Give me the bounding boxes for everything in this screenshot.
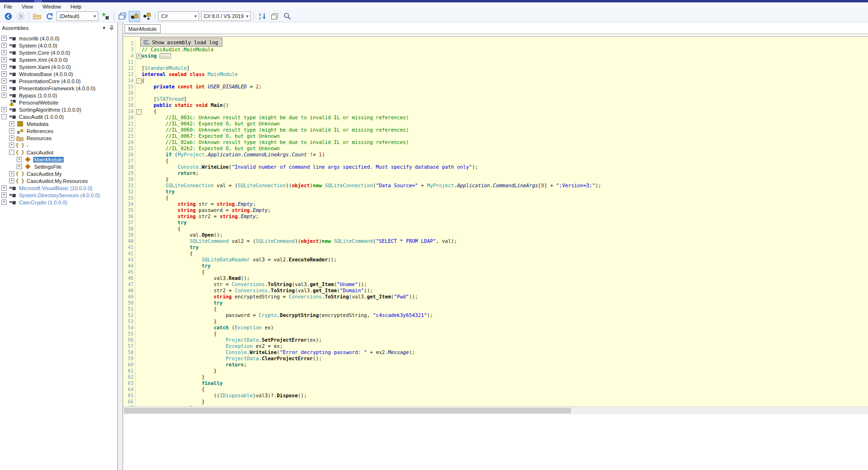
tree-item-resources[interactable]: +Resources: [0, 134, 117, 142]
fold-collapse-icon[interactable]: -: [136, 109, 142, 115]
line-number: 30: [123, 176, 134, 182]
collapse-icon[interactable]: -: [1, 114, 7, 119]
menu-file[interactable]: File: [0, 3, 16, 10]
fold-margin: [135, 257, 142, 263]
window-list-button[interactable]: [269, 11, 280, 22]
horizontal-scrollbar[interactable]: [123, 406, 868, 414]
code-line-35: 35 string password = string.Empty;: [123, 207, 868, 213]
collapse-icon[interactable]: -: [9, 150, 14, 155]
expand-icon[interactable]: +: [1, 200, 7, 205]
code-line-44: 44 try: [123, 263, 868, 269]
tree-item-presentationframework-4-0-0-0[interactable]: +PresentationFramework (4.0.0.0): [0, 85, 117, 92]
back-button[interactable]: [2, 11, 14, 22]
fold-collapse-icon[interactable]: -: [136, 78, 142, 84]
menu-help[interactable]: Help: [67, 3, 86, 10]
code-editor[interactable]: 23// CascAudiot.MainModule4+using ...111…: [123, 37, 868, 406]
forward-button[interactable]: [15, 11, 26, 22]
tree-item-mscorlib-4-0-0-0[interactable]: +mscorlib (4.0.0.0): [0, 35, 117, 42]
tree-item-cascaudiot[interactable]: -{ }CascAudiot: [0, 149, 117, 156]
expand-icon[interactable]: +: [1, 192, 7, 198]
tree-item-cascaudiot-my[interactable]: +{ }CascAudiot.My: [0, 170, 117, 177]
expand-icon[interactable]: +: [17, 164, 22, 169]
fold-expand-icon[interactable]: +: [136, 54, 142, 59]
open-file-button[interactable]: [31, 11, 43, 22]
load-log-icon: [143, 39, 150, 45]
expand-icon[interactable]: +: [1, 43, 7, 48]
compiler-version-combobox[interactable]: C# 8.0 / VS 2019 ▼: [201, 11, 251, 21]
tree-item-system-xml-4-0-0-0[interactable]: +System.Xml (4.0.0.0): [0, 56, 117, 63]
tree-item-cascaudiot-my-resources[interactable]: +{ }CascAudiot.My.Resources: [0, 177, 117, 184]
panel-splitter[interactable]: [117, 22, 123, 470]
fold-margin: [135, 164, 142, 170]
tree-item-microsoft-visualbasic-10-0-0-0[interactable]: +Microsoft.VisualBasic (10.0.0.0): [0, 184, 117, 192]
expand-icon[interactable]: +: [1, 185, 7, 191]
menu-window[interactable]: Window: [38, 3, 65, 10]
tree-item-system-xaml-4-0-0-0[interactable]: +System.Xaml (4.0.0.0): [0, 63, 117, 70]
tree-item-casccrypto-1-0-0-0[interactable]: +CascCrypto (1.0.0.0): [0, 199, 117, 206]
reload-assemblies-button[interactable]: [44, 11, 55, 22]
line-number: 18: [123, 102, 134, 108]
pin-button[interactable]: [108, 24, 115, 32]
expand-icon[interactable]: +: [1, 71, 7, 77]
tree-item-settingsfile[interactable]: +SettingsFile: [0, 163, 117, 170]
code-line-21: 21 //IL_0042: Expected O, but got Unknow…: [123, 121, 868, 127]
expand-icon[interactable]: +: [9, 143, 14, 148]
scrollbar-thumb[interactable]: [124, 408, 571, 413]
expand-icon[interactable]: +: [9, 121, 14, 126]
expand-icon[interactable]: +: [1, 64, 7, 69]
fold-margin: [135, 263, 142, 269]
code-text: password = Crypto.DecryptString(encrypte…: [142, 312, 433, 318]
show-assembly-load-log-button[interactable]: Show assembly load log: [140, 38, 222, 47]
tree-item-windowsbase-4-0-0-0[interactable]: +WindowsBase (4.0.0.0): [0, 70, 117, 77]
add-assembly-button[interactable]: [100, 11, 111, 22]
tree-item-references[interactable]: +References: [0, 127, 117, 134]
class-icon: [24, 163, 31, 170]
tree-item-personalwebsite[interactable]: PersonalWebsite: [0, 99, 117, 106]
tree-item-system-directoryservices-4-0-0-0[interactable]: +System.DirectoryServices (4.0.0.0): [0, 192, 117, 199]
code-text: return;: [142, 362, 247, 368]
visibility-options-button[interactable]: [141, 11, 153, 22]
expand-icon[interactable]: +: [1, 86, 7, 91]
expand-icon[interactable]: +: [1, 78, 7, 84]
panel-menu-button[interactable]: ▼: [100, 24, 108, 32]
expand-icon[interactable]: +: [9, 128, 14, 134]
expand-icon[interactable]: +: [9, 135, 14, 141]
assembly-icon: [9, 35, 16, 42]
tree-item-presentationcore-4-0-0-0[interactable]: +PresentationCore (4.0.0.0): [0, 77, 117, 85]
expand-icon[interactable]: +: [9, 171, 14, 176]
language-combobox[interactable]: C# ▼: [158, 11, 199, 21]
code-line-14: 14-{: [123, 77, 868, 84]
assembly-icon: [9, 56, 16, 63]
tree-item-bypass-1-0-0-0[interactable]: +Bypass (1.0.0.0): [0, 92, 117, 99]
expand-icon[interactable]: +: [1, 93, 7, 98]
tree-item-mainmodule[interactable]: +MainModule: [0, 156, 117, 163]
tree-item-system-4-0-0-0[interactable]: +System (4.0.0.0): [0, 42, 117, 49]
search-button[interactable]: [281, 11, 293, 22]
tree-item-metadata[interactable]: +Metadata: [0, 120, 117, 127]
tab-mainmodule[interactable]: MainModule: [124, 24, 161, 33]
expand-icon[interactable]: +: [1, 107, 7, 112]
line-number: 48: [123, 288, 134, 294]
tree-item-dash[interactable]: +{ }-: [0, 142, 117, 149]
assembly-icon: [9, 113, 16, 120]
expand-icon[interactable]: +: [17, 157, 22, 162]
code-text: [STAThread]: [142, 96, 187, 102]
visibility-filter-toggle[interactable]: [129, 11, 140, 22]
tree-item-label: CascAudiot.My: [26, 171, 63, 177]
menu-view[interactable]: View: [18, 3, 37, 10]
code-line-34: 34 string str = string.Empty;: [123, 201, 868, 207]
expand-icon[interactable]: +: [1, 36, 7, 41]
tree-item-system-core-4-0-0-0[interactable]: +System.Core (4.0.0.0): [0, 49, 117, 56]
expand-icon[interactable]: +: [1, 50, 7, 55]
sort-assemblies-button[interactable]: AZ: [257, 11, 268, 22]
expand-icon[interactable]: +: [1, 57, 7, 62]
code-text: //IL_02ab: Unknown result type (might be…: [142, 139, 409, 145]
profile-combobox[interactable]: (Default) ▼: [57, 11, 98, 21]
tree-item-sortingalgorithms-1-0-0-0[interactable]: +SortingAlgorithms (1.0.0.0): [0, 106, 117, 113]
toolbar-separator: [155, 12, 155, 20]
code-line-37: 37 try: [123, 220, 868, 226]
new-window-button[interactable]: [116, 11, 128, 22]
tree-item-cascaudit-1-0-0-0[interactable]: -CascAudit (1.0.0.0): [0, 113, 117, 120]
code-text: //IL_0067: Expected O, but got Unknown: [142, 133, 280, 139]
expand-icon[interactable]: +: [9, 178, 14, 183]
